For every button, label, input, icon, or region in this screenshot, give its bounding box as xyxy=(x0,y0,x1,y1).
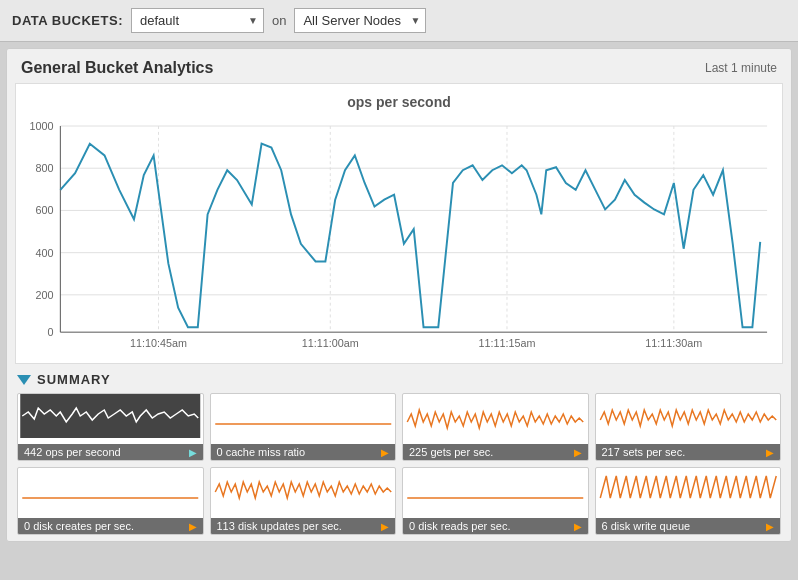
card-label-disk-creates: 0 disk creates per sec. ▶ xyxy=(18,518,203,534)
card-arrow-disk-updates: ▶ xyxy=(381,521,389,532)
svg-text:600: 600 xyxy=(35,204,53,216)
card-arrow-ops: ▶ xyxy=(189,447,197,458)
summary-grid: 442 ops per second ▶ 0 cache miss ratio … xyxy=(17,393,781,535)
mini-chart-ops xyxy=(18,394,203,438)
card-arrow-disk-creates: ▶ xyxy=(189,521,197,532)
data-buckets-label: DATA BUCKETS: xyxy=(12,13,123,28)
svg-rect-24 xyxy=(405,394,585,438)
summary-card-disk-write[interactable]: 6 disk write queue ▶ xyxy=(595,467,782,535)
card-label-ops: 442 ops per second ▶ xyxy=(18,444,203,460)
card-text-disk-updates: 113 disk updates per sec. xyxy=(217,520,342,532)
summary-card-gets[interactable]: 225 gets per sec. ▶ xyxy=(402,393,589,461)
card-label-disk-write: 6 disk write queue ▶ xyxy=(596,518,781,534)
panel-header: General Bucket Analytics Last 1 minute xyxy=(7,49,791,83)
svg-text:1000: 1000 xyxy=(29,120,53,132)
mini-chart-cache xyxy=(211,394,396,438)
card-text-gets: 225 gets per sec. xyxy=(409,446,493,458)
mini-chart-disk-creates xyxy=(18,468,203,512)
summary-card-disk-reads[interactable]: 0 disk reads per sec. ▶ xyxy=(402,467,589,535)
summary-header: SUMMARY xyxy=(17,372,781,387)
card-text-cache: 0 cache miss ratio xyxy=(217,446,306,458)
card-arrow-gets: ▶ xyxy=(574,447,582,458)
summary-section: SUMMARY 442 ops per second ▶ xyxy=(7,364,791,541)
svg-text:0: 0 xyxy=(47,326,53,338)
summary-card-sets[interactable]: 217 sets per sec. ▶ xyxy=(595,393,782,461)
card-arrow-sets: ▶ xyxy=(766,447,774,458)
svg-rect-25 xyxy=(598,394,778,438)
summary-card-disk-creates[interactable]: 0 disk creates per sec. ▶ xyxy=(17,467,204,535)
card-label-disk-reads: 0 disk reads per sec. ▶ xyxy=(403,518,588,534)
panel-title: General Bucket Analytics xyxy=(21,59,213,77)
bucket-select-wrapper[interactable]: default beer-sample gamesim-sample ▼ xyxy=(131,8,264,33)
chart-svg-container: 1000 800 600 400 200 0 11:10:45am 11:11:… xyxy=(26,114,772,357)
card-text-ops: 442 ops per second xyxy=(24,446,121,458)
mini-chart-sets xyxy=(596,394,781,438)
mini-chart-disk-reads xyxy=(403,468,588,512)
svg-text:11:11:15am: 11:11:15am xyxy=(478,337,535,349)
main-panel: General Bucket Analytics Last 1 minute o… xyxy=(6,48,792,542)
card-arrow-disk-write: ▶ xyxy=(766,521,774,532)
card-arrow-disk-reads: ▶ xyxy=(574,521,582,532)
svg-text:400: 400 xyxy=(35,247,53,259)
mini-chart-disk-updates xyxy=(211,468,396,512)
card-arrow-cache: ▶ xyxy=(381,447,389,458)
chart-title: ops per second xyxy=(26,94,772,110)
card-label-cache: 0 cache miss ratio ▶ xyxy=(211,444,396,460)
svg-text:200: 200 xyxy=(35,289,53,301)
node-select-wrapper[interactable]: All Server Nodes Node 1 Node 2 ▼ xyxy=(294,8,426,33)
summary-card-disk-updates[interactable]: 113 disk updates per sec. ▶ xyxy=(210,467,397,535)
card-label-disk-updates: 113 disk updates per sec. ▶ xyxy=(211,518,396,534)
svg-text:800: 800 xyxy=(35,162,53,174)
svg-text:11:11:00am: 11:11:00am xyxy=(302,337,359,349)
svg-rect-29 xyxy=(405,468,585,512)
mini-chart-gets xyxy=(403,394,588,438)
summary-card-cache[interactable]: 0 cache miss ratio ▶ xyxy=(210,393,397,461)
card-text-sets: 217 sets per sec. xyxy=(602,446,686,458)
main-chart-svg: 1000 800 600 400 200 0 11:10:45am 11:11:… xyxy=(26,114,772,354)
panel-time: Last 1 minute xyxy=(705,61,777,75)
svg-rect-26 xyxy=(20,468,200,512)
svg-text:11:10:45am: 11:10:45am xyxy=(130,337,187,349)
card-text-disk-write: 6 disk write queue xyxy=(602,520,691,532)
mini-chart-disk-write xyxy=(596,468,781,512)
summary-card-ops[interactable]: 442 ops per second ▶ xyxy=(17,393,204,461)
svg-text:11:11:30am: 11:11:30am xyxy=(645,337,702,349)
svg-rect-22 xyxy=(213,394,393,438)
summary-triangle-icon xyxy=(17,375,31,385)
bucket-select[interactable]: default beer-sample gamesim-sample xyxy=(131,8,264,33)
summary-label: SUMMARY xyxy=(37,372,111,387)
node-select[interactable]: All Server Nodes Node 1 Node 2 xyxy=(294,8,426,33)
top-bar: DATA BUCKETS: default beer-sample gamesi… xyxy=(0,0,798,42)
card-text-disk-creates: 0 disk creates per sec. xyxy=(24,520,134,532)
card-label-gets: 225 gets per sec. ▶ xyxy=(403,444,588,460)
main-chart-area: ops per second 1000 800 600 400 200 0 xyxy=(15,83,783,364)
on-label: on xyxy=(272,13,286,28)
card-label-sets: 217 sets per sec. ▶ xyxy=(596,444,781,460)
card-text-disk-reads: 0 disk reads per sec. xyxy=(409,520,511,532)
